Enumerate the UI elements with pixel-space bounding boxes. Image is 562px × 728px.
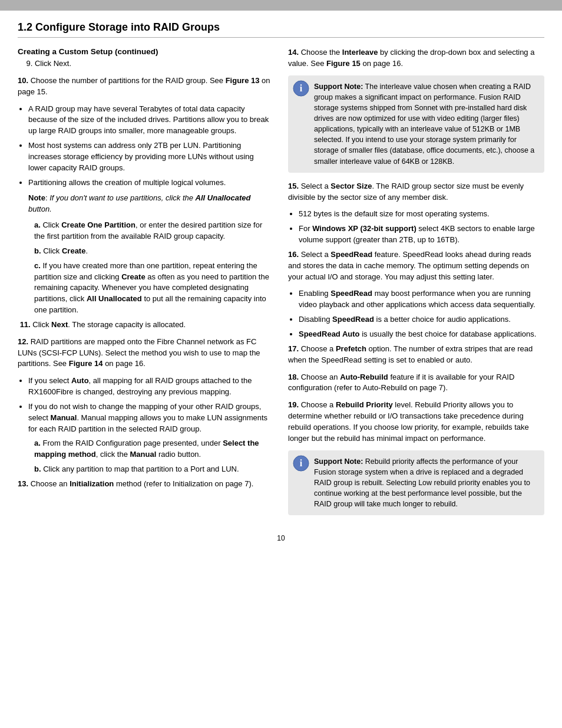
support-icon-1: i [293,80,309,97]
step-16: 16. Select a SpeedRead feature. SpeedRea… [288,249,544,283]
content-area: 1.2 Configure Storage into RAID Groups C… [0,11,562,560]
note-block: Note: If you don't want to use partition… [28,193,274,215]
support-note-2-title: Support Note: [314,457,363,466]
step-16-bullets: Enabling SpeedRead may boost performance… [299,288,544,340]
step-18: 18. Choose an Auto-Rebuild feature if it… [288,372,544,394]
bullet-10-3: Partitioning allows the creation of mult… [28,177,274,189]
top-bar [0,0,562,11]
bullet-16-1: Enabling SpeedRead may boost performance… [299,288,544,311]
step-b2: b. Click any partition to map that parti… [34,464,274,475]
bullet-16-3: SpeedRead Auto is usually the best choic… [299,329,544,340]
step-12-bullets: If you select Auto, all mapping for all … [28,375,274,434]
step-12: 12. RAID partitions are mapped onto the … [18,337,274,370]
step-11: 11. Click Next. The storage capacity is … [18,319,274,331]
support-box-2: i Support Note: Rebuild priority affects… [288,450,544,516]
step-15: 15. Select a Sector Size. The RAID group… [288,181,544,203]
step-10-label: 10. [18,76,28,85]
support-box-1: i Support Note: The interleave value cho… [288,75,544,173]
bullet-10-2: Most host systems can address only 2TB p… [28,140,274,174]
step-10: 10. Choose the number of partitions for … [18,75,274,98]
step-c1: c. If you have created more than one par… [34,261,274,316]
left-column: Creating a Custom Setup (continued) 9. C… [18,47,274,523]
right-column: 14. Choose the Interleave by clicking th… [288,47,544,523]
bullet-10-1: A RAID group may have several Terabytes … [28,104,274,137]
step-9: 9. Click Next. [18,58,274,70]
bullet-15-1: 512 bytes is the default size for most o… [299,209,544,220]
bullet-15-2: For Windows XP (32-bit support) select 4… [299,223,544,246]
step-b1: b. Click Create. [34,246,274,257]
section-title: Creating a Custom Setup (continued) [18,47,274,56]
step-13: 13. Choose an Initialization method (ref… [18,479,274,490]
two-column-layout: Creating a Custom Setup (continued) 9. C… [18,47,544,523]
step-14: 14. Choose the Interleave by clicking th… [288,47,544,70]
step-15-bullets: 512 bytes is the default size for most o… [299,209,544,246]
page-number: 10 [18,534,544,542]
svg-text:i: i [300,83,303,93]
step-a2: a. From the RAID Configuration page pres… [34,438,274,460]
bullet-12-1: If you select Auto, all mapping for all … [28,375,274,398]
step-19: 19. Choose a Rebuild Priority level. Reb… [288,400,544,444]
support-note-1-title: Support Note: [314,83,363,91]
step-10-bullets: A RAID group may have several Terabytes … [28,104,274,189]
support-icon-2: i [293,455,309,472]
page-title: 1.2 Configure Storage into RAID Groups [18,21,544,38]
step-17: 17. Choose a Prefetch option. The number… [288,344,544,366]
svg-text:i: i [300,458,303,468]
bullet-16-2: Disabling SpeedRead is a better choice f… [299,314,544,325]
step-a1: a. Click Create One Partition, or enter … [34,220,274,242]
page: 1.2 Configure Storage into RAID Groups C… [0,0,562,728]
bullet-12-2: If you do not wish to change the mapping… [28,401,274,435]
